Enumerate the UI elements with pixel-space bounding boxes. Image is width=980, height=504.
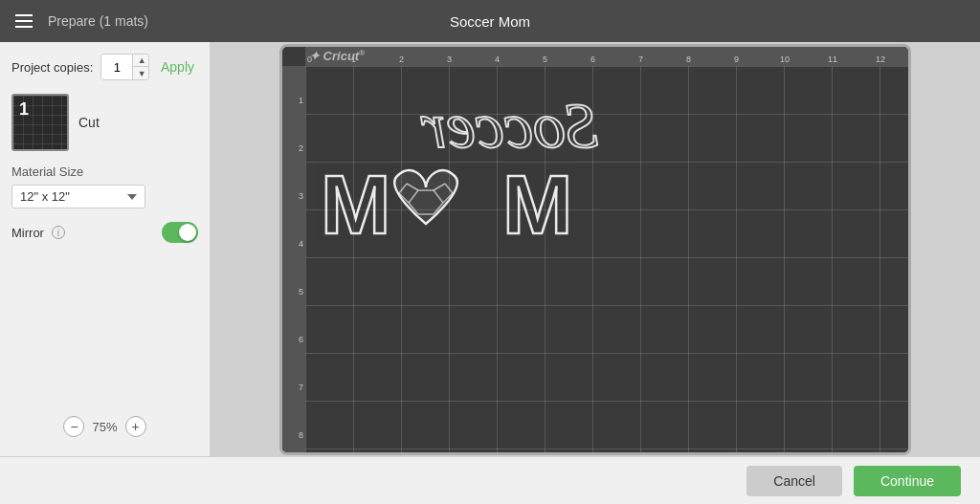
soccer-mom-svg: Soccer M M: [311, 71, 617, 281]
app-header: Prepare (1 mats) Soccer Mom: [0, 0, 980, 42]
ruler-mark-9: 9: [734, 55, 739, 64]
apply-button[interactable]: Apply: [157, 57, 198, 77]
cutting-mat: ✦ Cricut® 0 1 2 3 4 5 6 7 8 9 10 11 12: [279, 44, 911, 455]
ruler-mark-7: 7: [638, 55, 643, 64]
ruler-mark-v-4: 4: [299, 240, 303, 249]
copies-input[interactable]: [101, 55, 132, 79]
mat-item: 1 Cut: [11, 94, 198, 151]
svg-text:M: M: [321, 157, 390, 252]
mat-number: 1: [19, 99, 29, 120]
ruler-mark-v-6: 6: [299, 336, 303, 344]
ruler-mark-11: 11: [828, 55, 837, 64]
ruler-mark-v-7: 7: [299, 383, 303, 392]
project-copies-label: Project copies:: [11, 60, 93, 75]
zoom-in-button[interactable]: +: [125, 416, 146, 437]
svg-text:Soccer: Soccer: [420, 89, 598, 162]
ruler-left: 1 2 3 4 5 6 7 8: [282, 66, 305, 452]
ruler-top: 0 1 2 3 4 5 6 7 8 9 10 11 12: [305, 47, 908, 66]
svg-text:M: M: [502, 157, 572, 252]
zoom-out-button[interactable]: −: [63, 416, 84, 437]
mirror-label: Mirror: [11, 226, 44, 240]
copies-increment-button[interactable]: ▲: [133, 55, 149, 67]
mirror-toggle[interactable]: [162, 222, 198, 243]
soccer-ball-heart: [394, 170, 457, 224]
ruler-mark-4: 4: [495, 55, 500, 64]
footer: Cancel Continue: [0, 456, 980, 504]
ruler-mark-3: 3: [447, 55, 452, 64]
zoom-level: 75%: [92, 420, 117, 434]
ruler-mark-v-8: 8: [299, 431, 303, 440]
material-size-row: Material Size 12" x 12" 12" x 24" Custom: [11, 164, 198, 208]
left-panel: Project copies: ▲ ▼ Apply 1 Cut Material…: [0, 42, 211, 456]
continue-button[interactable]: Continue: [854, 466, 961, 496]
canvas-area: ✦ Cricut® 0 1 2 3 4 5 6 7 8 9 10 11 12: [211, 42, 980, 456]
ruler-mark-v-5: 5: [299, 288, 303, 296]
copies-arrows: ▲ ▼: [132, 55, 149, 79]
material-size-select[interactable]: 12" x 12" 12" x 24" Custom: [11, 185, 145, 208]
material-size-label: Material Size: [11, 164, 198, 179]
project-title: Soccer Mom: [450, 13, 530, 30]
ruler-mark-2: 2: [399, 55, 404, 64]
ruler-mark-8: 8: [686, 55, 691, 64]
ruler-mark-5: 5: [543, 55, 547, 64]
copies-decrement-button[interactable]: ▼: [133, 67, 149, 79]
mirror-row: Mirror i: [11, 222, 198, 243]
main-layout: Project copies: ▲ ▼ Apply 1 Cut Material…: [0, 42, 980, 456]
mat-thumbnail: 1: [11, 94, 69, 151]
mirror-info-icon[interactable]: i: [52, 226, 65, 239]
mat-label: Cut: [78, 115, 100, 130]
copies-input-wrapper: ▲ ▼: [100, 54, 149, 80]
ruler-mark-v-3: 3: [299, 192, 303, 201]
ruler-mark-v-2: 2: [299, 144, 303, 153]
ruler-mark-10: 10: [780, 55, 790, 64]
zoom-controls: − 75% +: [11, 408, 198, 445]
ruler-mark-12: 12: [876, 55, 885, 64]
ruler-mark-6: 6: [590, 55, 595, 64]
design-preview: Soccer M M: [311, 71, 617, 281]
toggle-knob: [179, 224, 196, 241]
menu-icon[interactable]: [15, 14, 33, 28]
ruler-mark-v-1: 1: [299, 97, 303, 105]
cricut-logo: ✦ Cricut®: [309, 49, 365, 63]
project-copies-row: Project copies: ▲ ▼ Apply: [11, 54, 198, 80]
header-title: Prepare (1 mats): [48, 13, 148, 29]
cancel-button[interactable]: Cancel: [746, 466, 842, 496]
